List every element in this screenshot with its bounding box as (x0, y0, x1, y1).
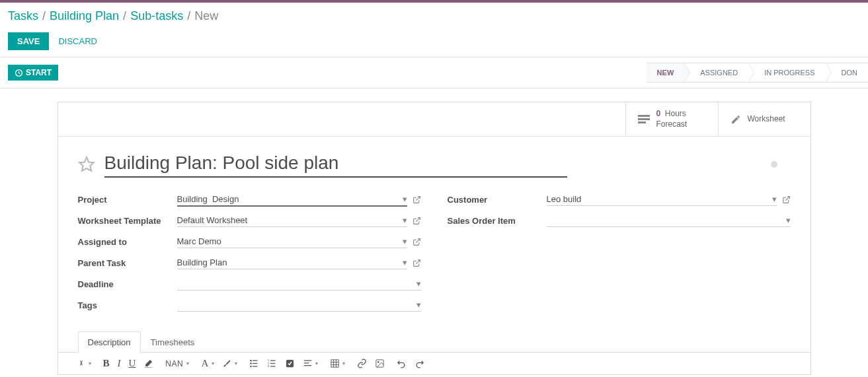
hours-label: Hours (665, 109, 686, 118)
assigned-to-label: Assigned to (78, 237, 177, 247)
toolbar-format-icon[interactable]: ▾ (78, 359, 91, 368)
sales-order-item-input[interactable] (547, 215, 782, 225)
redo-icon[interactable] (414, 359, 424, 368)
task-title-input[interactable] (104, 151, 567, 178)
checklist-icon[interactable] (285, 359, 295, 368)
project-input[interactable] (177, 194, 399, 204)
caret-down-icon[interactable]: ▾ (786, 215, 791, 225)
stage-flow: NEW ASSIGNED IN PROGRESS DON (647, 63, 868, 83)
svg-point-14 (250, 366, 252, 368)
link-icon[interactable] (357, 359, 367, 368)
discard-button[interactable]: DISCARD (58, 36, 97, 46)
assigned-to-field[interactable]: ▾ (177, 235, 407, 248)
tags-input[interactable] (177, 300, 413, 310)
start-button[interactable]: START (8, 65, 58, 81)
breadcrumb-building-plan[interactable]: Building Plan (50, 9, 119, 23)
underline-button[interactable]: U (129, 358, 136, 369)
breadcrumb-current: New (194, 9, 218, 23)
caret-down-icon[interactable]: ▾ (403, 215, 407, 225)
caret-down-icon[interactable]: ▾ (772, 194, 777, 204)
image-icon[interactable] (375, 359, 385, 368)
parent-task-label: Parent Task (78, 258, 177, 268)
clock-icon (15, 69, 23, 77)
svg-point-12 (250, 362, 252, 364)
table-button[interactable]: ▾ (330, 359, 345, 368)
project-field[interactable]: ▾ (177, 193, 407, 207)
svg-line-5 (416, 196, 420, 200)
stage-done[interactable]: DON (826, 63, 868, 83)
stage-in-progress[interactable]: IN PROGRESS (748, 63, 825, 83)
caret-down-icon[interactable]: ▾ (403, 194, 407, 204)
parent-task-field[interactable]: ▾ (177, 256, 407, 269)
font-color-button[interactable]: A ▾ (201, 358, 214, 369)
worksheet-button[interactable]: Worksheet (718, 102, 810, 136)
external-link-icon[interactable] (413, 238, 421, 246)
svg-text:3: 3 (267, 364, 269, 368)
caret-down-icon[interactable]: ▾ (403, 236, 407, 246)
customer-input[interactable] (547, 194, 768, 204)
bold-button[interactable]: B (103, 358, 110, 369)
svg-rect-25 (304, 365, 311, 366)
external-link-icon[interactable] (413, 217, 421, 225)
tags-field[interactable]: ▾ (177, 298, 421, 312)
caret-down-icon[interactable]: ▾ (403, 257, 407, 267)
worksheet-template-field[interactable]: ▾ (177, 214, 407, 227)
tab-description[interactable]: Description (78, 331, 141, 353)
tab-timesheets[interactable]: Timesheets (141, 331, 205, 353)
deadline-input[interactable] (177, 279, 413, 289)
svg-rect-24 (304, 362, 309, 363)
external-link-icon[interactable] (782, 195, 791, 204)
hours-forecast-button[interactable]: 0 Hours Forecast (625, 102, 718, 136)
customer-field[interactable]: ▾ (547, 193, 777, 206)
pencil-icon (730, 114, 741, 125)
list-icon (638, 115, 650, 124)
numbered-list-icon[interactable]: 123 (267, 359, 277, 368)
stage-assigned[interactable]: ASSIGNED (684, 63, 748, 83)
status-dot[interactable] (771, 161, 777, 168)
star-icon[interactable] (78, 156, 95, 173)
sales-order-item-label: Sales Order Item (448, 216, 547, 226)
svg-rect-19 (270, 363, 276, 364)
svg-rect-17 (270, 360, 276, 361)
font-size-button[interactable]: NAN ▾ (165, 359, 189, 368)
save-button[interactable]: SAVE (8, 32, 49, 50)
svg-rect-23 (304, 360, 311, 361)
svg-rect-21 (270, 366, 276, 366)
form-sheet: 0 Hours Forecast Worksheet Project (58, 102, 811, 375)
svg-line-6 (416, 217, 420, 221)
svg-rect-2 (638, 118, 650, 120)
breadcrumb-tasks[interactable]: Tasks (8, 9, 38, 23)
deadline-field[interactable]: ▾ (177, 277, 421, 291)
sales-order-item-field[interactable]: ▾ (547, 214, 791, 227)
svg-marker-4 (79, 157, 94, 171)
worksheet-label: Worksheet (748, 114, 785, 125)
customer-label: Customer (448, 195, 547, 205)
svg-rect-13 (253, 363, 258, 364)
breadcrumb-separator: / (187, 9, 190, 23)
external-link-icon[interactable] (413, 259, 421, 267)
breadcrumb: Tasks / Building Plan / Sub-tasks / New (0, 3, 868, 26)
breadcrumb-separator: / (42, 9, 46, 23)
external-link-icon[interactable] (413, 195, 421, 204)
eraser-icon[interactable] (143, 359, 153, 368)
worksheet-template-label: Worksheet Template (78, 216, 177, 226)
worksheet-template-input[interactable] (177, 215, 399, 225)
undo-icon[interactable] (397, 359, 407, 368)
svg-point-32 (378, 362, 379, 363)
hours-value: 0 (656, 109, 661, 118)
bullet-list-icon[interactable] (249, 359, 259, 368)
project-label: Project (78, 195, 177, 205)
caret-down-icon[interactable]: ▾ (416, 279, 421, 289)
stage-new[interactable]: NEW (647, 63, 685, 83)
svg-line-9 (785, 196, 789, 200)
forecast-label: Forecast (656, 120, 688, 130)
svg-rect-15 (253, 366, 258, 366)
parent-task-input[interactable] (177, 257, 399, 267)
caret-down-icon[interactable]: ▾ (416, 300, 421, 310)
svg-line-8 (416, 259, 420, 263)
italic-button[interactable]: I (118, 358, 121, 369)
highlight-button[interactable]: ▾ (222, 359, 237, 368)
assigned-to-input[interactable] (177, 236, 399, 246)
breadcrumb-sub-tasks[interactable]: Sub-tasks (130, 9, 183, 23)
align-button[interactable]: ▾ (303, 359, 318, 368)
